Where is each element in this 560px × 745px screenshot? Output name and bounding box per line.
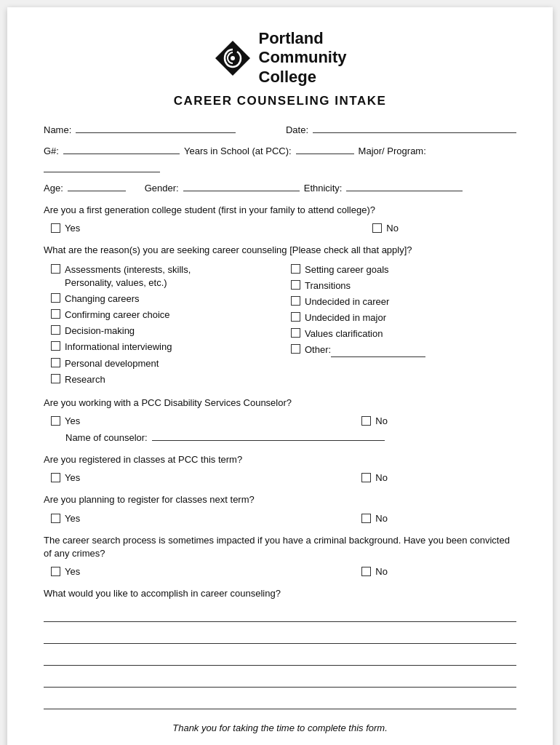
q5-yes-item: Yes xyxy=(51,513,80,524)
q4-yes-label: Yes xyxy=(65,472,80,483)
reason-changing-careers-checkbox[interactable] xyxy=(51,293,60,303)
reason-changing-careers: Changing careers xyxy=(51,292,276,306)
q7-section: What would you like to accomplish in car… xyxy=(44,587,516,709)
q3-yes-label: Yes xyxy=(65,415,80,426)
reason-undecided-major-checkbox[interactable] xyxy=(291,312,300,322)
q3-yes-item: Yes xyxy=(51,415,80,426)
pcc-logo-icon xyxy=(214,39,252,77)
years-field-line xyxy=(296,143,354,154)
reason-decision-making-checkbox[interactable] xyxy=(51,325,60,335)
q6-yes-checkbox[interactable] xyxy=(51,567,60,576)
counselor-name-line xyxy=(152,429,385,441)
q4-no-item: No xyxy=(361,472,388,483)
other-field-line xyxy=(331,347,425,357)
footer-thank-you: Thank you for taking the time to complet… xyxy=(44,722,516,733)
form-title: CAREER COUNSELING INTAKE xyxy=(174,94,387,108)
reason-values-clarification-checkbox[interactable] xyxy=(291,328,300,338)
q4-yes-item: Yes xyxy=(51,472,80,483)
q1-text: Are you a first generation college stude… xyxy=(44,204,516,217)
q3-no-checkbox[interactable] xyxy=(361,416,371,426)
q5-text: Are you planning to register for classes… xyxy=(44,493,516,506)
q6-section: The career search process is sometimes i… xyxy=(44,534,516,577)
logo-area: Portland Community College xyxy=(214,29,347,87)
gender-label: Gender: xyxy=(145,183,179,194)
date-label: Date: xyxy=(286,124,308,135)
name-label: Name: xyxy=(44,124,71,135)
gender-field-line xyxy=(183,180,300,191)
date-field-line xyxy=(313,121,516,133)
q5-yes-checkbox[interactable] xyxy=(51,514,60,523)
accomplish-line-4 xyxy=(44,672,516,688)
q1-no-item: No xyxy=(372,223,399,234)
q4-no-label: No xyxy=(375,472,388,483)
q4-section: Are you registered in classes at PCC thi… xyxy=(44,453,516,483)
reason-confirming-career-checkbox[interactable] xyxy=(51,309,60,319)
q3-no-item: No xyxy=(361,415,388,426)
g-label: G#: xyxy=(44,146,59,156)
age-gender-ethnicity-row: Age: Gender: Ethnicity: xyxy=(44,180,516,194)
major-label: Major/ Program: xyxy=(359,146,426,156)
ethnicity-label: Ethnicity: xyxy=(304,183,343,194)
q6-no-label: No xyxy=(375,566,388,577)
reason-assessments: Assessments (interests, skills,Personali… xyxy=(51,263,276,290)
q6-yes-item: Yes xyxy=(51,566,80,577)
q1-section: Are you a first generation college stude… xyxy=(44,204,516,234)
accomplish-line-3 xyxy=(44,650,516,666)
svg-point-1 xyxy=(231,56,235,60)
reason-transitions: Transitions xyxy=(291,279,516,292)
reason-setting-goals: Setting career goals xyxy=(291,263,516,276)
reason-research-checkbox[interactable] xyxy=(51,374,60,383)
reason-undecided-major: Undecided in major xyxy=(291,311,516,324)
reason-informational-checkbox[interactable] xyxy=(51,341,60,351)
header: Portland Community College CAREER COUNSE… xyxy=(44,29,516,108)
reason-decision-making: Decision-making xyxy=(51,324,276,338)
name-field-line xyxy=(76,121,236,133)
reason-assessments-checkbox[interactable] xyxy=(51,264,60,274)
q4-text: Are you registered in classes at PCC thi… xyxy=(44,453,516,466)
reason-other-checkbox[interactable] xyxy=(291,344,300,354)
years-label: Years in School (at PCC): xyxy=(184,146,292,156)
q2-text: What are the reason(s) you are seeking c… xyxy=(44,244,516,257)
q1-yes-label: Yes xyxy=(65,223,80,234)
age-field-line xyxy=(68,180,126,191)
college-name: Portland Community College xyxy=(259,29,347,87)
reason-confirming-career: Confirming career choice xyxy=(51,308,276,322)
g-field-line xyxy=(63,143,180,154)
page: Portland Community College CAREER COUNSE… xyxy=(7,7,553,745)
counselor-name-row: Name of counselor: xyxy=(65,429,516,443)
reason-personal-development-checkbox[interactable] xyxy=(51,358,60,367)
ethnicity-field-line xyxy=(346,180,463,191)
accomplish-line-2 xyxy=(44,628,516,644)
major-field-line xyxy=(44,161,160,172)
q3-no-label: No xyxy=(375,415,388,426)
counselor-name-label: Name of counselor: xyxy=(65,432,148,443)
accomplish-line-5 xyxy=(44,693,516,709)
reason-informational: Informational interviewing xyxy=(51,340,276,354)
reason-setting-goals-checkbox[interactable] xyxy=(291,264,300,274)
q6-no-checkbox[interactable] xyxy=(361,567,371,576)
age-label: Age: xyxy=(44,183,63,194)
q5-no-item: No xyxy=(361,513,388,524)
reason-undecided-career-checkbox[interactable] xyxy=(291,296,300,306)
q1-no-checkbox[interactable] xyxy=(372,223,382,233)
q4-yes-checkbox[interactable] xyxy=(51,473,60,482)
q5-no-checkbox[interactable] xyxy=(361,514,371,523)
g-years-major-row: G#: Years in School (at PCC): Major/ Pro… xyxy=(44,143,516,172)
accomplish-lines xyxy=(44,606,516,709)
reason-values-clarification: Values clarification xyxy=(291,327,516,340)
q3-text: Are you working with a PCC Disability Se… xyxy=(44,397,516,410)
reason-research: Research xyxy=(51,373,276,386)
reason-other: Other: xyxy=(291,343,516,356)
q1-yes-checkbox[interactable] xyxy=(51,223,60,233)
q6-no-item: No xyxy=(361,566,388,577)
q4-no-checkbox[interactable] xyxy=(361,473,371,482)
accomplish-line-1 xyxy=(44,606,516,622)
q3-yes-checkbox[interactable] xyxy=(51,416,60,426)
q1-no-label: No xyxy=(386,223,399,234)
q6-yes-label: Yes xyxy=(65,566,80,577)
q3-section: Are you working with a PCC Disability Se… xyxy=(44,397,516,443)
q7-text: What would you like to accomplish in car… xyxy=(44,587,516,600)
reason-transitions-checkbox[interactable] xyxy=(291,280,300,290)
q2-section: What are the reason(s) you are seeking c… xyxy=(44,244,516,386)
reason-undecided-career: Undecided in career xyxy=(291,295,516,308)
